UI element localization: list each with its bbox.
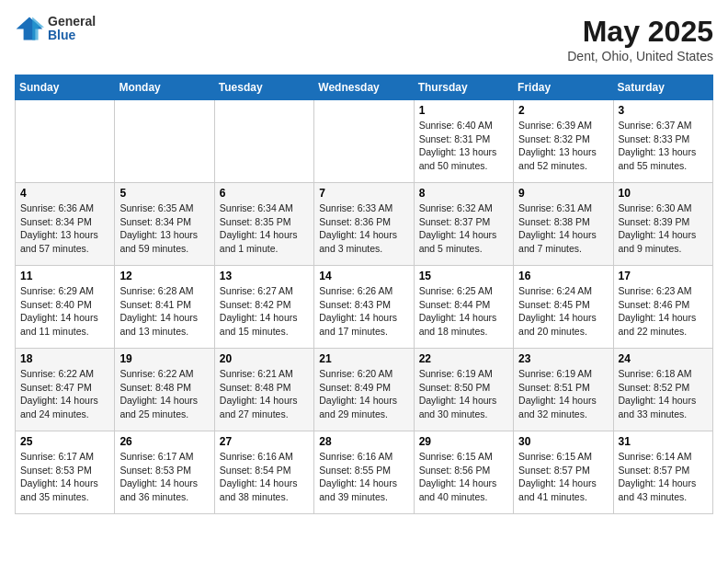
day-cell: 7Sunrise: 6:33 AM Sunset: 8:36 PM Daylig… xyxy=(314,183,414,266)
day-number: 2 xyxy=(518,104,608,117)
calendar-header: Sunday Monday Tuesday Wednesday Thursday… xyxy=(16,75,713,100)
day-cell: 5Sunrise: 6:35 AM Sunset: 8:34 PM Daylig… xyxy=(115,183,214,266)
logo: General Blue xyxy=(15,15,96,43)
day-info: Sunrise: 6:22 AM Sunset: 8:47 PM Dayligh… xyxy=(20,367,109,421)
calendar-body: 1Sunrise: 6:40 AM Sunset: 8:31 PM Daylig… xyxy=(16,100,713,514)
svg-marker-1 xyxy=(32,17,44,40)
logo-icon xyxy=(15,16,44,41)
header-row: Sunday Monday Tuesday Wednesday Thursday… xyxy=(16,75,713,100)
week-row-1: 1Sunrise: 6:40 AM Sunset: 8:31 PM Daylig… xyxy=(16,100,713,183)
week-row-2: 4Sunrise: 6:36 AM Sunset: 8:34 PM Daylig… xyxy=(16,183,713,266)
day-number: 22 xyxy=(419,352,508,365)
day-cell: 30Sunrise: 6:15 AM Sunset: 8:57 PM Dayli… xyxy=(514,431,613,514)
logo-blue-text: Blue xyxy=(48,29,96,42)
day-cell: 28Sunrise: 6:16 AM Sunset: 8:55 PM Dayli… xyxy=(314,431,414,514)
day-cell xyxy=(214,100,313,183)
day-number: 14 xyxy=(319,270,408,282)
day-cell: 16Sunrise: 6:24 AM Sunset: 8:45 PM Dayli… xyxy=(514,266,613,349)
day-info: Sunrise: 6:36 AM Sunset: 8:34 PM Dayligh… xyxy=(20,201,109,256)
day-number: 7 xyxy=(319,187,408,200)
day-info: Sunrise: 6:26 AM Sunset: 8:43 PM Dayligh… xyxy=(319,284,408,339)
day-cell: 14Sunrise: 6:26 AM Sunset: 8:43 PM Dayli… xyxy=(314,266,414,349)
day-cell: 11Sunrise: 6:29 AM Sunset: 8:40 PM Dayli… xyxy=(16,266,115,349)
day-cell: 17Sunrise: 6:23 AM Sunset: 8:46 PM Dayli… xyxy=(613,266,712,349)
day-info: Sunrise: 6:21 AM Sunset: 8:48 PM Dayligh… xyxy=(220,367,309,421)
logo-general-text: General xyxy=(48,15,96,29)
day-cell: 19Sunrise: 6:22 AM Sunset: 8:48 PM Dayli… xyxy=(115,349,214,431)
day-cell xyxy=(115,100,214,183)
svg-marker-0 xyxy=(17,17,43,40)
day-info: Sunrise: 6:19 AM Sunset: 8:50 PM Dayligh… xyxy=(419,367,508,421)
day-info: Sunrise: 6:40 AM Sunset: 8:31 PM Dayligh… xyxy=(419,119,508,173)
week-row-4: 18Sunrise: 6:22 AM Sunset: 8:47 PM Dayli… xyxy=(16,349,713,431)
day-number: 12 xyxy=(119,270,209,282)
header-thursday: Thursday xyxy=(414,75,513,100)
day-number: 23 xyxy=(518,352,608,365)
day-number: 18 xyxy=(20,352,109,365)
header-wednesday: Wednesday xyxy=(314,75,414,100)
day-number: 5 xyxy=(119,187,209,200)
day-number: 1 xyxy=(419,104,508,117)
day-cell: 21Sunrise: 6:20 AM Sunset: 8:49 PM Dayli… xyxy=(314,349,414,431)
title-section: May 2025 Dent, Ohio, United States xyxy=(567,15,713,63)
day-cell: 29Sunrise: 6:15 AM Sunset: 8:56 PM Dayli… xyxy=(414,431,513,514)
day-info: Sunrise: 6:23 AM Sunset: 8:46 PM Dayligh… xyxy=(619,284,708,339)
day-info: Sunrise: 6:30 AM Sunset: 8:39 PM Dayligh… xyxy=(619,201,708,256)
day-cell: 9Sunrise: 6:31 AM Sunset: 8:38 PM Daylig… xyxy=(514,183,613,266)
day-number: 3 xyxy=(619,104,708,117)
day-number: 21 xyxy=(319,352,408,365)
day-number: 11 xyxy=(20,270,109,282)
day-info: Sunrise: 6:15 AM Sunset: 8:56 PM Dayligh… xyxy=(419,450,508,504)
day-info: Sunrise: 6:37 AM Sunset: 8:33 PM Dayligh… xyxy=(619,119,708,173)
day-number: 17 xyxy=(619,270,708,282)
day-number: 20 xyxy=(220,352,309,365)
day-cell: 25Sunrise: 6:17 AM Sunset: 8:53 PM Dayli… xyxy=(16,431,115,514)
day-number: 8 xyxy=(419,187,508,200)
day-number: 19 xyxy=(119,352,209,365)
day-info: Sunrise: 6:32 AM Sunset: 8:37 PM Dayligh… xyxy=(419,201,508,256)
day-number: 26 xyxy=(119,435,209,448)
day-cell: 20Sunrise: 6:21 AM Sunset: 8:48 PM Dayli… xyxy=(214,349,313,431)
day-cell: 2Sunrise: 6:39 AM Sunset: 8:32 PM Daylig… xyxy=(514,100,613,183)
day-cell: 24Sunrise: 6:18 AM Sunset: 8:52 PM Dayli… xyxy=(613,349,712,431)
day-cell: 15Sunrise: 6:25 AM Sunset: 8:44 PM Dayli… xyxy=(414,266,513,349)
main-title: May 2025 xyxy=(567,15,713,49)
day-cell xyxy=(314,100,414,183)
day-cell: 31Sunrise: 6:14 AM Sunset: 8:57 PM Dayli… xyxy=(613,431,712,514)
day-cell: 6Sunrise: 6:34 AM Sunset: 8:35 PM Daylig… xyxy=(214,183,313,266)
header-friday: Friday xyxy=(514,75,613,100)
day-cell: 18Sunrise: 6:22 AM Sunset: 8:47 PM Dayli… xyxy=(16,349,115,431)
header-monday: Monday xyxy=(115,75,214,100)
header-tuesday: Tuesday xyxy=(214,75,313,100)
day-info: Sunrise: 6:24 AM Sunset: 8:45 PM Dayligh… xyxy=(518,284,608,339)
day-number: 31 xyxy=(619,435,708,448)
day-number: 27 xyxy=(220,435,309,448)
day-cell: 1Sunrise: 6:40 AM Sunset: 8:31 PM Daylig… xyxy=(414,100,513,183)
logo-text: General Blue xyxy=(48,15,96,43)
day-info: Sunrise: 6:14 AM Sunset: 8:57 PM Dayligh… xyxy=(619,450,708,504)
day-number: 9 xyxy=(518,187,608,200)
day-cell: 4Sunrise: 6:36 AM Sunset: 8:34 PM Daylig… xyxy=(16,183,115,266)
day-info: Sunrise: 6:34 AM Sunset: 8:35 PM Dayligh… xyxy=(220,201,309,256)
day-cell: 12Sunrise: 6:28 AM Sunset: 8:41 PM Dayli… xyxy=(115,266,214,349)
header-saturday: Saturday xyxy=(613,75,712,100)
day-cell: 10Sunrise: 6:30 AM Sunset: 8:39 PM Dayli… xyxy=(613,183,712,266)
day-number: 10 xyxy=(619,187,708,200)
day-number: 28 xyxy=(319,435,408,448)
day-number: 6 xyxy=(220,187,309,200)
day-cell: 22Sunrise: 6:19 AM Sunset: 8:50 PM Dayli… xyxy=(414,349,513,431)
day-info: Sunrise: 6:17 AM Sunset: 8:53 PM Dayligh… xyxy=(20,450,109,504)
day-number: 25 xyxy=(20,435,109,448)
day-number: 29 xyxy=(419,435,508,448)
day-number: 13 xyxy=(220,270,309,282)
day-cell: 23Sunrise: 6:19 AM Sunset: 8:51 PM Dayli… xyxy=(514,349,613,431)
day-info: Sunrise: 6:19 AM Sunset: 8:51 PM Dayligh… xyxy=(518,367,608,421)
day-cell: 26Sunrise: 6:17 AM Sunset: 8:53 PM Dayli… xyxy=(115,431,214,514)
header-sunday: Sunday xyxy=(16,75,115,100)
day-info: Sunrise: 6:29 AM Sunset: 8:40 PM Dayligh… xyxy=(20,284,109,339)
day-info: Sunrise: 6:18 AM Sunset: 8:52 PM Dayligh… xyxy=(619,367,708,421)
day-cell: 27Sunrise: 6:16 AM Sunset: 8:54 PM Dayli… xyxy=(214,431,313,514)
day-number: 4 xyxy=(20,187,109,200)
day-number: 16 xyxy=(518,270,608,282)
day-info: Sunrise: 6:16 AM Sunset: 8:55 PM Dayligh… xyxy=(319,450,408,504)
